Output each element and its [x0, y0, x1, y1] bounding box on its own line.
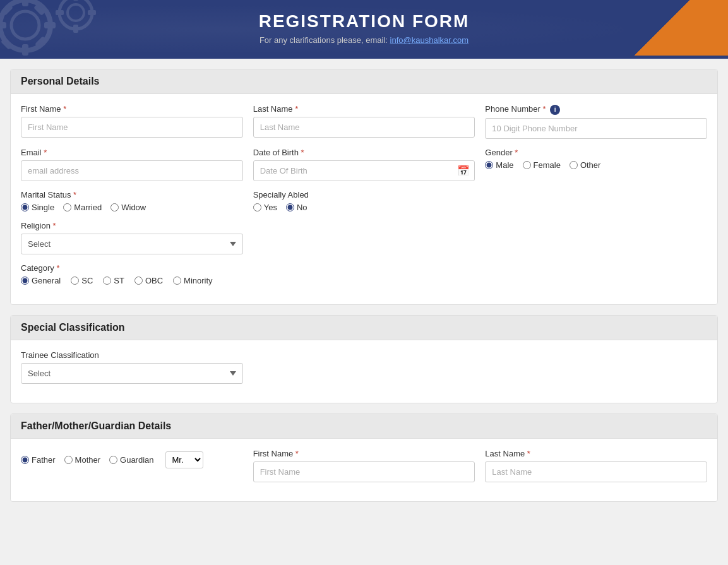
last-name-required: * — [295, 104, 298, 114]
phone-input[interactable] — [485, 118, 707, 139]
personal-row-1: First Name * Last Name * Phone Number — [21, 104, 707, 139]
relation-father-option[interactable]: Father — [21, 455, 56, 465]
relation-mother-option[interactable]: Mother — [64, 455, 100, 465]
category-general-radio[interactable] — [21, 277, 29, 285]
family-first-name-required: * — [295, 449, 299, 458]
special-classification-header: Special Classification — [11, 316, 717, 340]
family-last-name-input[interactable] — [485, 461, 707, 482]
category-sc-option[interactable]: SC — [71, 276, 93, 285]
marital-widow-option[interactable]: Widow — [110, 203, 146, 212]
last-name-col: Last Name * — [253, 104, 475, 139]
religion-label: Religion * — [21, 221, 243, 230]
specially-abled-yes-radio[interactable] — [253, 203, 261, 211]
religion-select[interactable]: Select — [21, 234, 243, 254]
category-obc-option[interactable]: OBC — [134, 276, 163, 285]
relation-guardian-option[interactable]: Guardian — [109, 455, 153, 465]
gender-other-radio[interactable] — [570, 161, 578, 169]
gender-other-label: Other — [580, 160, 601, 170]
specially-abled-no-radio[interactable] — [286, 203, 294, 211]
marital-col: Marital Status * Single Married — [21, 190, 243, 212]
category-minority-radio[interactable] — [173, 277, 181, 285]
phone-label: Phone Number * i — [485, 104, 707, 115]
family-first-name-input[interactable] — [253, 461, 475, 482]
email-input[interactable] — [21, 160, 243, 181]
email-label: Email * — [21, 148, 243, 157]
specially-abled-label: Specially Abled — [253, 190, 475, 199]
category-sc-radio[interactable] — [71, 277, 79, 285]
relation-father-radio[interactable] — [21, 456, 29, 464]
relation-mother-radio[interactable] — [64, 456, 73, 464]
phone-info-icon[interactable]: i — [550, 105, 560, 115]
phone-required: * — [542, 104, 546, 114]
contact-email[interactable]: info@kaushalkar.com — [390, 35, 468, 45]
specially-abled-no-option[interactable]: No — [286, 203, 307, 212]
category-obc-label: OBC — [145, 276, 163, 285]
specially-abled-no-label: No — [297, 203, 307, 212]
special-classification-section: Special Classification Trainee Classific… — [10, 315, 718, 403]
relation-col: Father Mother Guardian Mr. Mrs. — [21, 449, 243, 482]
gender-col: Gender * Male Female — [485, 148, 707, 181]
family-details-section: Father/Mother/Guardian Details Father Mo… — [10, 413, 718, 502]
religion-required: * — [53, 221, 56, 230]
marital-married-option[interactable]: Married — [63, 203, 102, 212]
gender-male-radio[interactable] — [485, 161, 493, 169]
family-last-name-label: Last Name * — [485, 449, 707, 458]
category-label: Category * — [21, 263, 707, 273]
personal-row-3: Marital Status * Single Married — [21, 190, 707, 212]
family-details-header: Father/Mother/Guardian Details — [11, 414, 717, 439]
marital-required: * — [73, 190, 76, 199]
category-obc-radio[interactable] — [134, 277, 143, 285]
gender-male-option[interactable]: Male — [485, 160, 513, 170]
marital-single-label: Single — [32, 203, 54, 212]
email-col: Email * — [21, 148, 243, 181]
gender-other-option[interactable]: Other — [570, 160, 601, 170]
guardian-title-select[interactable]: Mr. Mrs. Ms. — [165, 451, 203, 468]
first-name-label: First Name * — [21, 104, 243, 114]
marital-married-radio[interactable] — [63, 203, 71, 211]
page-title: REGISTRATION FORM — [13, 11, 715, 32]
trainee-empty-2 — [485, 350, 707, 384]
trainee-select[interactable]: Select — [21, 363, 243, 384]
relation-mother-label: Mother — [75, 455, 100, 465]
relation-guardian-label: Guardian — [120, 455, 153, 465]
dob-wrapper: 📅 — [253, 160, 475, 181]
dob-required: * — [301, 148, 304, 157]
category-minority-option[interactable]: Minority — [173, 276, 213, 285]
trainee-col: Trainee Classification Select — [21, 350, 243, 384]
svg-rect-2 — [22, 0, 28, 6]
family-first-name-label: First Name * — [253, 449, 475, 458]
marital-single-option[interactable]: Single — [21, 203, 54, 212]
header-subtitle: For any clarifications please, email: in… — [13, 35, 715, 45]
category-general-option[interactable]: General — [21, 276, 61, 285]
first-name-input[interactable] — [21, 117, 243, 138]
empty-col-2 — [253, 221, 475, 254]
category-minority-label: Minority — [184, 276, 213, 285]
last-name-input[interactable] — [253, 117, 475, 138]
family-last-name-required: * — [527, 449, 530, 458]
gender-female-option[interactable]: Female — [523, 160, 561, 170]
family-row-1: Father Mother Guardian Mr. Mrs. — [21, 449, 707, 482]
relation-father-label: Father — [32, 455, 56, 465]
marital-married-label: Married — [74, 203, 102, 212]
dob-input[interactable] — [253, 160, 475, 181]
gender-female-radio[interactable] — [523, 161, 531, 169]
dob-col: Date of Birth * 📅 — [253, 148, 475, 181]
marital-single-radio[interactable] — [21, 203, 29, 211]
specially-abled-yes-label: Yes — [264, 203, 277, 212]
empty-col-1 — [485, 190, 707, 212]
category-general-label: General — [32, 276, 61, 285]
personal-row-2: Email * Date of Birth * 📅 — [21, 148, 707, 181]
svg-rect-4 — [0, 22, 6, 28]
relation-guardian-radio[interactable] — [109, 456, 117, 464]
special-classification-title: Special Classification — [21, 322, 707, 333]
svg-rect-12 — [73, 0, 78, 1]
specially-abled-yes-option[interactable]: Yes — [253, 203, 277, 212]
marital-radio-group: Single Married Widow — [21, 203, 243, 212]
category-st-radio[interactable] — [103, 277, 111, 285]
first-name-required: * — [63, 104, 66, 114]
gender-female-label: Female — [534, 160, 561, 170]
gender-label: Gender * — [485, 148, 707, 157]
marital-widow-radio[interactable] — [110, 203, 119, 211]
first-name-col: First Name * — [21, 104, 243, 139]
category-st-option[interactable]: ST — [103, 276, 124, 285]
